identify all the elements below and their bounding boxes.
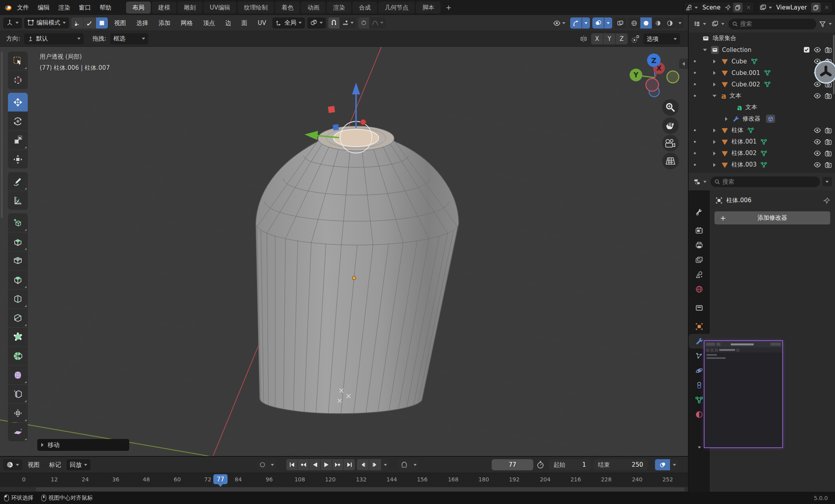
- tab-texture-paint[interactable]: 纹理绘制: [237, 2, 274, 13]
- camera-visibility-icon[interactable]: [825, 161, 832, 169]
- prev-keyframe-button[interactable]: [298, 459, 309, 470]
- mini-window-titlebar[interactable]: [705, 341, 782, 347]
- playback-dropdown[interactable]: 回放: [67, 459, 90, 470]
- tool-add-cube[interactable]: [8, 213, 28, 232]
- falloff-dropdown[interactable]: [370, 17, 386, 29]
- tool-loop-cut[interactable]: [8, 289, 28, 308]
- snap-base-icon[interactable]: [631, 34, 640, 44]
- menu-edit[interactable]: 编辑: [33, 0, 54, 15]
- menu-add[interactable]: 添加: [155, 15, 174, 31]
- outliner-row-text-data[interactable]: a 文本: [689, 102, 835, 113]
- show-gizmo-button[interactable]: [570, 17, 582, 29]
- camera-visibility-icon[interactable]: [825, 150, 832, 157]
- mirror-icon[interactable]: [579, 34, 588, 43]
- eye-icon[interactable]: [814, 126, 821, 134]
- xray-toggle[interactable]: [615, 17, 626, 29]
- timeline-gizmos-button[interactable]: [655, 459, 670, 470]
- outliner-display-mode-button[interactable]: [710, 18, 726, 29]
- gizmo-handle-red-dot[interactable]: [360, 119, 366, 125]
- expand-icon[interactable]: [713, 151, 716, 155]
- menu-vertex[interactable]: 顶点: [199, 15, 219, 31]
- scene-selector[interactable]: Scene ✕: [684, 2, 754, 13]
- nav-gizmo[interactable]: X Z Y: [630, 54, 679, 97]
- nav-axis-y-neg[interactable]: [667, 71, 679, 83]
- viewlayer-name[interactable]: ViewLayer: [774, 4, 809, 11]
- operator-panel[interactable]: 移动: [37, 439, 129, 451]
- material-preview-button[interactable]: [652, 17, 664, 29]
- timeline-gizmos-chevron-button[interactable]: [670, 459, 678, 470]
- timeline-ruler[interactable]: 0 12 24 36 48 60 72 84 96 108 120 132 14…: [0, 473, 688, 487]
- menu-face[interactable]: 面: [237, 15, 251, 31]
- camera-visibility-icon[interactable]: [825, 127, 832, 134]
- face-select-button[interactable]: [96, 17, 108, 29]
- camera-visibility-icon[interactable]: [825, 138, 832, 146]
- mirror-x-button[interactable]: X: [591, 33, 603, 44]
- auto-key-chevron-button[interactable]: [268, 459, 276, 470]
- row-label[interactable]: 文本: [730, 92, 741, 100]
- tool-move[interactable]: [8, 93, 28, 111]
- tab-scene[interactable]: [689, 267, 710, 282]
- row-label[interactable]: 柱体: [732, 126, 743, 134]
- add-workspace-button[interactable]: +: [442, 4, 455, 11]
- row-label[interactable]: Cube.002: [732, 81, 760, 88]
- tool-spin[interactable]: [8, 347, 28, 365]
- expand-icon[interactable]: [713, 71, 716, 75]
- auto-key-button[interactable]: [257, 459, 268, 470]
- outliner-editor-type-button[interactable]: [692, 18, 708, 29]
- play-button[interactable]: [321, 459, 332, 470]
- menu-uv[interactable]: UV: [254, 15, 270, 31]
- tool-box-select[interactable]: [8, 52, 28, 70]
- transform-orientation-dropdown[interactable]: 全局: [272, 17, 305, 29]
- tab-tool[interactable]: [689, 205, 710, 219]
- tool-smooth[interactable]: [8, 366, 28, 384]
- tool-scale[interactable]: [8, 131, 28, 149]
- tab-scripting[interactable]: 脚本: [416, 2, 440, 13]
- sidebar-collapse-button[interactable]: [679, 59, 688, 69]
- snap-toggle-button[interactable]: [328, 17, 339, 29]
- floating-mini-window[interactable]: [704, 340, 783, 448]
- outliner-row-cube[interactable]: Cube: [689, 56, 835, 67]
- jump-to-start-button[interactable]: [286, 459, 297, 470]
- snap-settings-button[interactable]: [340, 17, 356, 29]
- mirror-z-button[interactable]: Z: [616, 33, 628, 44]
- properties-search[interactable]: [711, 176, 820, 187]
- filter-icon[interactable]: [819, 20, 826, 28]
- expand-icon[interactable]: [725, 117, 728, 121]
- tool-extrude-region[interactable]: [8, 232, 28, 251]
- solid-shading-button[interactable]: [640, 17, 652, 29]
- row-label[interactable]: 柱体.001: [732, 138, 756, 146]
- gizmo-plane-handle-red[interactable]: [328, 106, 335, 113]
- viewport-3d[interactable]: X Z Y: [0, 47, 688, 456]
- mode-dropdown[interactable]: 编辑模式: [24, 17, 69, 29]
- timeline-menu-marker[interactable]: 标记: [45, 457, 65, 473]
- tool-edge-slide[interactable]: [8, 385, 28, 403]
- cylinder-mesh[interactable]: [256, 126, 459, 414]
- row-label[interactable]: 场景集合: [712, 34, 736, 42]
- show-overlays-button[interactable]: [592, 17, 604, 29]
- pivot-point-dropdown[interactable]: [307, 17, 326, 29]
- gizmo-plane-handle-blue[interactable]: [333, 124, 339, 130]
- overlays-chevron-button[interactable]: [604, 17, 612, 29]
- tab-output[interactable]: [689, 238, 710, 253]
- new-viewlayer-button[interactable]: [811, 3, 821, 12]
- tab-collection[interactable]: [689, 301, 710, 315]
- menu-file[interactable]: 文件: [13, 0, 33, 15]
- viewlayer-selector[interactable]: ViewLayer ✕: [758, 2, 833, 13]
- properties-editor-type-button[interactable]: [692, 176, 708, 187]
- tool-inset-faces[interactable]: [8, 251, 28, 270]
- jump-to-end-button[interactable]: [344, 459, 355, 470]
- expand-icon[interactable]: [713, 128, 716, 132]
- tab-world[interactable]: [689, 282, 710, 297]
- tab-uv-editing[interactable]: UV编辑: [203, 2, 236, 13]
- row-label[interactable]: 柱体.003: [732, 161, 756, 169]
- menu-render[interactable]: 渲染: [54, 0, 75, 15]
- frame-step-chevron-button[interactable]: [381, 459, 389, 470]
- tab-modeling[interactable]: 建模: [152, 2, 176, 13]
- next-frame-button[interactable]: [369, 459, 381, 470]
- visibility-dropdown[interactable]: [551, 17, 568, 29]
- wireframe-shading-button[interactable]: [628, 17, 640, 29]
- tab-view-layer[interactable]: [689, 253, 710, 267]
- expand-icon[interactable]: [713, 163, 716, 167]
- drag-setting-dropdown[interactable]: 框选: [110, 33, 148, 44]
- tool-shear[interactable]: [8, 423, 28, 441]
